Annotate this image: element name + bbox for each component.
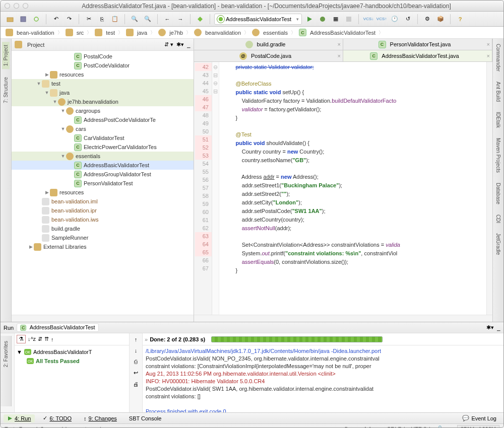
build-button[interactable] [195,14,206,25]
minimize-icon[interactable]: ⎯ [497,325,500,331]
breadcrumb-item[interactable]: essentials [250,29,290,36]
tree-node[interactable]: bean-validation.iws [12,215,194,224]
cursor-position[interactable]: 1:1 [364,426,371,429]
breadcrumb-item[interactable]: je7hb [156,29,185,36]
editor-tab[interactable]: CPersonValidatorTest.java× [343,39,492,50]
tree-node[interactable]: CAddressBasicValidatorTest [12,161,194,170]
tree-node[interactable]: bean-validation.ipr [12,206,194,215]
run-button[interactable] [304,14,315,25]
tree-node[interactable]: CPersonValidatorTest [12,179,194,188]
print-icon[interactable]: 🖨 [133,381,139,387]
console-output[interactable]: /Library/Java/JavaVirtualMachines/jdk1.7… [143,345,503,412]
sync-button[interactable] [31,14,42,25]
editor-tab-active[interactable]: CAddressBasicValidatorTest.java× [343,50,492,61]
cut-button[interactable]: ✂ [83,14,94,25]
paste-button[interactable]: 📋 [109,14,120,25]
tab-cdi[interactable]: CDI [495,212,501,225]
error-stripe[interactable] [486,62,492,315]
close-icon[interactable]: × [487,53,490,59]
window-controls[interactable] [5,3,28,9]
code-editor[interactable]: private static Validator validator; @Bef… [219,62,486,315]
tab-jetgradle[interactable]: JetGradle [495,231,501,257]
run-config-label[interactable]: C AddressBasicValidatorTest [17,323,98,332]
save-button[interactable] [18,14,29,25]
view-mode-select[interactable]: ⇵ ▾ [164,41,173,48]
tab-commander[interactable]: Commander [495,42,501,74]
find-button[interactable]: 🔍 [129,14,140,25]
readonly-icon[interactable]: 🔓 [436,425,444,428]
bgtasks-icon[interactable]: ◐ [344,425,349,428]
tree-node[interactable]: ▶External Libraries [12,242,194,251]
settings-button[interactable]: ⚙ [422,14,433,25]
undo-button[interactable]: ↶ [50,14,61,25]
open-button[interactable] [5,14,16,25]
expand-icon[interactable]: ⇵ [38,336,42,342]
tree-node[interactable]: ▶resources [12,188,194,197]
settings-icon[interactable]: ✱▾ [176,41,184,48]
collapse-icon[interactable]: ⇈ [44,336,49,342]
collapse-icon[interactable]: ⎯ [187,42,191,48]
forward-button[interactable]: → [175,14,186,25]
tree-node[interactable]: build.gradle [12,224,194,233]
vcs-revert-button[interactable]: ↺ [402,14,413,25]
filter-icon[interactable]: ⚗ [17,335,26,343]
close-icon[interactable]: × [338,53,341,59]
tab-idetalk[interactable]: IDEtalk [495,110,501,130]
tab-ant[interactable]: Ant Build [495,80,501,104]
tree-node[interactable]: ▼essentials [12,152,194,161]
prev-icon[interactable]: ↑ [51,336,54,342]
tree-node[interactable]: CAddressGroupValidatorTest [12,170,194,179]
vcs-commit-button[interactable]: VCS↑ [376,14,387,25]
back-button[interactable]: ← [162,14,173,25]
copy-button[interactable]: ⎘ [96,14,107,25]
settings-icon[interactable]: ✱▾ [486,324,494,331]
export-icon[interactable]: ⎙ [134,359,138,365]
tab-changes[interactable]: ↕ 9: Changes [80,414,121,422]
line-ending-select[interactable]: CRLF ‡ [387,426,406,429]
editor-tab[interactable]: build.gradle× [194,39,343,50]
project-tree[interactable]: CPostalCodeCPostCodeValidator▶resources▼… [12,51,194,315]
scrollbar[interactable] [12,315,194,322]
breadcrumb-item[interactable]: java [124,29,149,36]
wrap-icon[interactable]: ↩ [134,370,138,376]
breadcrumb-item[interactable]: CAddressBasicValidatorTest [297,29,377,36]
tab-project[interactable]: 1: Project [2,42,10,69]
tree-node[interactable]: SampleRunner [12,233,194,242]
coverage-button[interactable]: ▦ [330,14,341,25]
tree-node[interactable]: ▼cargroups [12,106,194,115]
test-tree[interactable]: ▼OKAddressBasicValidatorT OKAll Tests Pa… [15,345,129,412]
memory-indicator[interactable]: 371M of 666M [457,425,499,429]
event-log-button[interactable]: 💬 Event Log [458,414,500,422]
insert-icon[interactable]: ⎆ [449,426,452,429]
scrollbar[interactable] [194,315,492,322]
tree-node[interactable]: ▼java [12,88,194,97]
up-icon[interactable]: ↑ [135,336,138,342]
tab-favorites[interactable]: 2: Favorites [3,339,9,369]
tab-run[interactable]: 4: Run [4,414,35,422]
sdk-button[interactable]: 📦 [435,14,446,25]
close-icon[interactable]: × [487,41,490,47]
stop-button[interactable] [343,14,354,25]
vcs-history-button[interactable]: 🕐 [389,14,400,25]
tree-node[interactable]: CPostCodeValidator [12,61,194,70]
tab-todo[interactable]: ✓ 6: TODO [39,414,76,422]
tree-node[interactable]: ▼je7hb.beanvalidation [12,97,194,106]
tree-node[interactable]: ▼test [12,79,194,88]
down-icon[interactable]: ↓ [135,347,138,353]
vcs-update-button[interactable]: VCS↓ [363,14,374,25]
breadcrumb-item[interactable]: bean-validation [4,29,56,36]
test-passed[interactable]: OKAll Tests Passed [17,356,127,366]
tab-sbt[interactable]: SBT Console [125,414,166,422]
breadcrumb-item[interactable]: beanvalidation [192,29,243,36]
test-root[interactable]: ▼OKAddressBasicValidatorT [17,347,127,356]
minimize-icon[interactable] [14,3,19,9]
close-icon[interactable] [5,3,10,9]
help-button[interactable]: ? [455,14,466,25]
tab-structure[interactable]: 7: Structure [3,75,9,105]
debug-button[interactable] [317,14,328,25]
tree-node[interactable]: CElectricPowerCarValidatorTes [12,142,194,152]
fold-column[interactable]: ⊖⊟⊖⊟ [212,62,219,315]
tree-node[interactable]: CAddressPostCodeValidatorTe [12,115,194,124]
tree-node[interactable]: ▼cars [12,124,194,133]
tree-node[interactable]: bean-validation.iml [12,197,194,206]
